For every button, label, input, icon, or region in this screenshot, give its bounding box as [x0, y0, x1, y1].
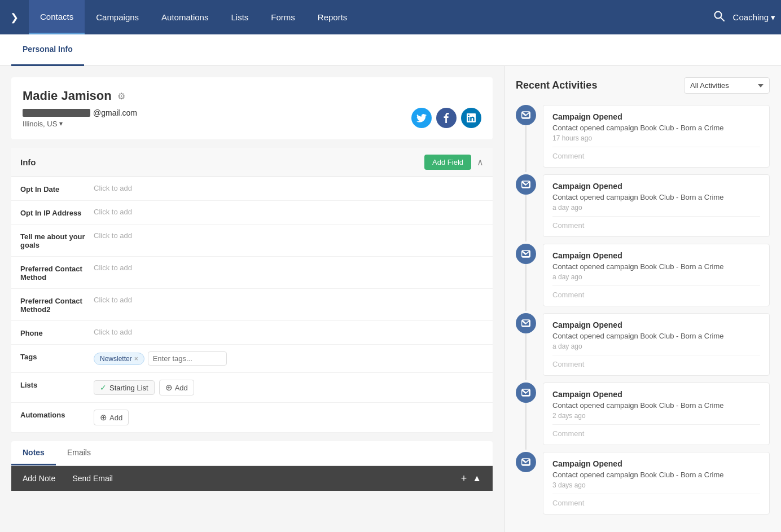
activity-comment[interactable]: Comment [552, 424, 760, 438]
collapse-icon[interactable]: ∧ [477, 157, 484, 168]
starting-list-badge: ✓ Starting List [94, 380, 155, 395]
opt-in-date-value[interactable]: Click to add [94, 184, 484, 192]
goals-label: Tell me about your goals [20, 231, 94, 249]
lists-container: ✓ Starting List ⊕ Add [94, 380, 194, 395]
settings-icon[interactable]: ⚙ [117, 91, 125, 102]
twitter-icon[interactable] [411, 108, 432, 128]
info-row-lists: Lists ✓ Starting List ⊕ Add [11, 373, 493, 403]
activities-header: Recent Activities All Activities Campaig… [516, 77, 770, 94]
activity-event-title: Campaign Opened [552, 112, 760, 121]
activity-icon-col [516, 244, 536, 311]
tag-remove-icon[interactable]: × [134, 355, 138, 363]
tags-label: Tags [20, 351, 94, 361]
nav-item-reports[interactable]: Reports [306, 0, 359, 34]
search-icon[interactable] [713, 10, 725, 24]
location-text: Illinois, US [23, 120, 57, 128]
contact-name-row: Madie Jamison ⚙ [23, 89, 481, 103]
activity-email-icon [516, 244, 536, 264]
goals-value[interactable]: Click to add [94, 231, 484, 240]
activity-item: Campaign Opened Contact opened campaign … [516, 174, 770, 241]
timeline-line [525, 403, 526, 450]
activity-content: Campaign Opened Contact opened campaign … [543, 382, 770, 445]
activity-icon-col [516, 382, 536, 450]
linkedin-icon[interactable] [461, 108, 481, 128]
main-layout: Madie Jamison ⚙ @gmail.com Illinois, US … [0, 66, 781, 532]
info-row-phone: Phone Click to add [11, 321, 493, 345]
tag-value: Newsletter [100, 355, 132, 363]
activity-content: Campaign Opened Contact opened campaign … [543, 105, 770, 168]
facebook-icon[interactable] [436, 108, 457, 128]
tab-notes[interactable]: Notes [11, 441, 56, 465]
add-note-button[interactable]: Add Note [23, 474, 55, 483]
nav-item-automations[interactable]: Automations [150, 0, 220, 34]
activity-event-title: Campaign Opened [552, 459, 760, 468]
list-check-icon: ✓ [100, 383, 107, 392]
activity-item: Campaign Opened Contact opened campaign … [516, 313, 770, 380]
activity-comment[interactable]: Comment [552, 494, 760, 507]
send-email-button[interactable]: Send Email [72, 474, 113, 483]
activities-filter[interactable]: All Activities Campaign Opened Email Sen… [684, 77, 770, 94]
contact-email-location: @gmail.com Illinois, US ▾ [23, 108, 137, 128]
automations-label: Automations [20, 410, 94, 419]
opt-in-ip-label: Opt In IP Address [20, 208, 94, 217]
plus-icon[interactable]: + [461, 473, 467, 485]
preferred-contact-value[interactable]: Click to add [94, 263, 484, 272]
activity-comment[interactable]: Comment [552, 285, 760, 299]
activity-content: Campaign Opened Contact opened campaign … [543, 244, 770, 306]
activity-event-title: Campaign Opened [552, 390, 760, 399]
preferred-contact2-value[interactable]: Click to add [94, 296, 484, 304]
activity-description: Contact opened campaign Book Club - Born… [552, 262, 760, 271]
activity-email-icon [516, 382, 536, 403]
activity-comment[interactable]: Comment [552, 355, 760, 368]
coaching-button[interactable]: Coaching ▾ [733, 12, 775, 23]
info-row-preferred-contact: Preferred Contact Method Click to add [11, 257, 493, 289]
tab-emails[interactable]: Emails [56, 441, 102, 465]
activity-description: Contact opened campaign Book Club - Born… [552, 471, 760, 479]
chevron-up-icon[interactable]: ▲ [472, 473, 481, 483]
phone-label: Phone [20, 328, 94, 337]
opt-in-ip-value[interactable]: Click to add [94, 208, 484, 216]
automations-add-button[interactable]: ⊕ Add [94, 410, 129, 425]
automations-add-circle-icon: ⊕ [100, 412, 107, 423]
contact-details-row: @gmail.com Illinois, US ▾ [23, 108, 481, 128]
lists-label: Lists [20, 380, 94, 389]
activity-time: a day ago [552, 273, 760, 281]
timeline-line [525, 264, 526, 311]
nav-expand-icon[interactable]: ❯ [6, 7, 23, 28]
lists-add-label: Add [175, 384, 188, 392]
location-row: Illinois, US ▾ [23, 120, 137, 128]
info-row-preferred-contact2: Preferred Contact Method2 Click to add [11, 289, 493, 321]
activity-email-icon [516, 174, 536, 195]
activity-icon-col [516, 313, 536, 380]
preferred-contact2-label: Preferred Contact Method2 [20, 296, 94, 314]
nav-item-contacts[interactable]: Contacts [29, 0, 85, 34]
timeline-line [525, 333, 526, 380]
activity-time: 3 days ago [552, 481, 760, 489]
nav-item-lists[interactable]: Lists [220, 0, 260, 34]
activity-comment[interactable]: Comment [552, 147, 760, 160]
location-dropdown-icon[interactable]: ▾ [59, 120, 63, 127]
add-field-button[interactable]: Add Field [424, 155, 471, 170]
email-blur [23, 109, 90, 117]
phone-value[interactable]: Click to add [94, 328, 484, 336]
nav-items: Contacts Campaigns Automations Lists For… [29, 0, 713, 34]
info-section: Info Add Field ∧ Opt In Date Click to ad… [11, 148, 493, 433]
tags-container: Newsletter × [94, 351, 227, 366]
sub-nav-personal-info[interactable]: Personal Info [11, 34, 84, 66]
activity-icon-col [516, 452, 536, 519]
tag-input[interactable] [148, 351, 227, 366]
bottom-actions: Add Note Send Email + ▲ [11, 466, 493, 491]
bottom-actions-right: + ▲ [461, 473, 481, 485]
nav-item-forms[interactable]: Forms [260, 0, 306, 34]
activity-email-icon [516, 313, 536, 333]
contact-name: Madie Jamison [23, 89, 112, 103]
opt-in-date-label: Opt In Date [20, 184, 94, 194]
activity-comment[interactable]: Comment [552, 216, 760, 230]
automations-container: ⊕ Add [94, 410, 129, 425]
nav-item-campaigns[interactable]: Campaigns [85, 0, 150, 34]
activity-description: Contact opened campaign Book Club - Born… [552, 193, 760, 201]
activity-description: Contact opened campaign Book Club - Born… [552, 332, 760, 340]
left-panel: Madie Jamison ⚙ @gmail.com Illinois, US … [0, 66, 504, 532]
info-row-tags: Tags Newsletter × [11, 345, 493, 373]
lists-add-button[interactable]: ⊕ Add [159, 380, 194, 395]
